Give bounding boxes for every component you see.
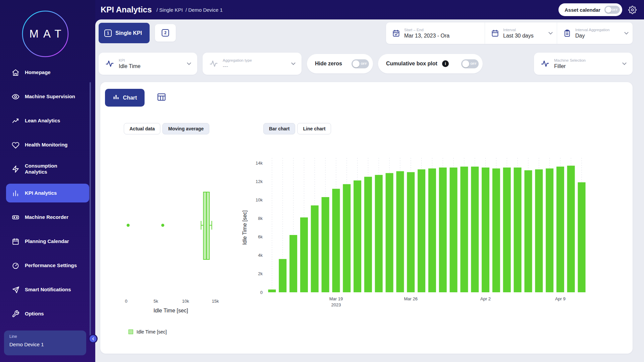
tab-chart[interactable]: Chart xyxy=(105,89,145,107)
bar[interactable] xyxy=(482,168,489,292)
device-line-label: Line xyxy=(9,334,81,339)
sidebar-item-kpi-analytics[interactable]: KPI Analytics xyxy=(6,184,89,202)
date-range-field[interactable]: Start – End Mar 13, 2023 - Ora xyxy=(386,22,485,44)
bar[interactable] xyxy=(322,197,329,292)
tab-single-kpi[interactable]: 1 Single KPI xyxy=(99,23,150,43)
bar[interactable] xyxy=(300,218,308,292)
bar[interactable] xyxy=(407,172,415,292)
bar[interactable] xyxy=(289,235,297,292)
bar[interactable] xyxy=(268,290,276,292)
bar[interactable] xyxy=(524,170,532,292)
chart-legend[interactable]: Idle Time [sec] xyxy=(128,329,167,335)
recorder-icon xyxy=(11,213,19,221)
svg-text:5k: 5k xyxy=(154,299,158,304)
sidebar-collapse-button[interactable] xyxy=(89,334,98,343)
bar[interactable] xyxy=(578,182,586,292)
bar[interactable] xyxy=(428,169,436,292)
chip-moving-average[interactable]: Moving average xyxy=(162,123,209,134)
chart-card: Chart Actual dataMoving average Bar char… xyxy=(100,82,633,354)
boxplot-outlier[interactable] xyxy=(161,224,164,227)
bar[interactable] xyxy=(343,184,351,292)
kpi-dropdown[interactable]: KPI Idle Time xyxy=(99,53,197,75)
tab-multi-kpi[interactable]: 2 xyxy=(155,24,176,42)
sidebar-item-label: Machine Recorder xyxy=(25,214,68,220)
settings-gear-icon[interactable] xyxy=(628,6,637,14)
chevron-down-icon xyxy=(548,30,553,35)
sidebar-item-options[interactable]: Options xyxy=(0,302,95,326)
bar[interactable] xyxy=(386,173,393,292)
app-logo[interactable]: MAT xyxy=(21,10,69,58)
sidebar-item-consumption-analytics[interactable]: Consumption Analytics xyxy=(0,157,95,181)
sidebar-item-lean-analytics[interactable]: Lean Analytics xyxy=(0,109,95,133)
sidebar-scrollbar[interactable] xyxy=(90,82,91,336)
sidebar-nav: HomepageMachine SupervisionLean Analytic… xyxy=(0,60,95,326)
chart-type-chips: Bar chartLine chart xyxy=(263,123,331,134)
hide-zeros-switch[interactable]: OFF xyxy=(352,59,369,68)
asset-calendar-toggle-pill[interactable]: Asset calendar OFF xyxy=(558,3,622,16)
toggle-state-label: OFF xyxy=(361,62,367,65)
single-kpi-icon: 1 xyxy=(104,29,112,37)
eye-icon xyxy=(11,93,19,101)
boxplot-outlier[interactable] xyxy=(127,224,130,227)
activity-icon xyxy=(105,59,114,68)
device-name: Demo Device 1 xyxy=(9,342,81,347)
sidebar-item-planning-calendar[interactable]: Planning Calendar xyxy=(0,229,95,253)
interval-field[interactable]: Interval Last 30 days xyxy=(485,22,557,44)
svg-text:8k: 8k xyxy=(258,216,263,221)
bar[interactable] xyxy=(375,175,383,292)
bar[interactable] xyxy=(556,167,564,292)
bars-icon xyxy=(11,189,19,197)
sidebar-item-machine-recorder[interactable]: Machine Recorder xyxy=(0,205,95,229)
sidebar-item-performance-settings[interactable]: Performance Settings xyxy=(0,253,95,278)
svg-text:0: 0 xyxy=(260,290,263,295)
date-controls: Start – End Mar 13, 2023 - Ora Interval … xyxy=(386,22,633,44)
chip-line-chart[interactable]: Line chart xyxy=(297,123,331,134)
svg-text:12k: 12k xyxy=(256,179,263,184)
bar[interactable] xyxy=(535,169,543,292)
bar-chart: 02k4k6k8k10k12k14kMar 192023Mar 26Apr 2A… xyxy=(241,142,630,337)
hide-zeros-label: Hide zeros xyxy=(315,61,342,67)
bar[interactable] xyxy=(364,177,372,292)
bar[interactable] xyxy=(546,169,553,292)
info-icon[interactable] xyxy=(442,60,449,67)
toggle-knob xyxy=(353,60,360,67)
bar[interactable] xyxy=(354,180,361,292)
asset-calendar-switch[interactable]: OFF xyxy=(604,6,620,14)
cumulative-box-plot-switch[interactable]: OFF xyxy=(461,59,479,68)
bar[interactable] xyxy=(503,168,511,292)
machine-selection-dropdown[interactable]: Machine Selection Filler xyxy=(534,53,633,75)
content: 1 Single KPI 2 Start – End Mar 13, 2023 … xyxy=(95,19,644,362)
chip-actual-data[interactable]: Actual data xyxy=(124,123,160,134)
interval-aggregation-field[interactable]: Interval Aggregation Day xyxy=(557,22,633,44)
svg-text:15k: 15k xyxy=(212,299,219,304)
trend-icon xyxy=(11,117,19,125)
bar[interactable] xyxy=(311,205,319,292)
svg-text:10k: 10k xyxy=(256,197,263,202)
bar[interactable] xyxy=(460,167,468,292)
device-card[interactable]: Line Demo Device 1 xyxy=(4,330,86,355)
bar[interactable] xyxy=(279,259,286,292)
bar[interactable] xyxy=(514,168,522,292)
sidebar-item-homepage[interactable]: Homepage xyxy=(0,60,95,84)
bar[interactable] xyxy=(471,167,479,292)
bar[interactable] xyxy=(332,189,340,292)
bar[interactable] xyxy=(439,168,447,292)
bar[interactable] xyxy=(418,169,425,292)
breadcrumb-item[interactable]: / Single KPI xyxy=(157,7,183,13)
sidebar-item-machine-supervision[interactable]: Machine Supervision xyxy=(0,84,95,109)
svg-text:0: 0 xyxy=(125,299,127,304)
bar[interactable] xyxy=(567,166,575,292)
bar[interactable] xyxy=(396,171,404,292)
bar[interactable] xyxy=(492,169,500,292)
table-view-icon[interactable] xyxy=(157,92,166,102)
svg-text:2k: 2k xyxy=(258,271,263,276)
sidebar-item-label: Consumption Analytics xyxy=(25,163,80,175)
chip-bar-chart[interactable]: Bar chart xyxy=(263,123,295,134)
machine-selection-value: Filler xyxy=(554,63,586,69)
sidebar-item-health-monitoring[interactable]: Health Monitoring xyxy=(0,133,95,157)
aggregation-type-dropdown[interactable]: Aggregation type --- xyxy=(203,53,302,75)
bar[interactable] xyxy=(450,168,458,292)
chevron-down-icon xyxy=(187,61,191,65)
sidebar-item-smart-notifications[interactable]: Smart Notifications xyxy=(0,278,95,302)
breadcrumb-item[interactable]: / Demo Device 1 xyxy=(185,7,223,13)
